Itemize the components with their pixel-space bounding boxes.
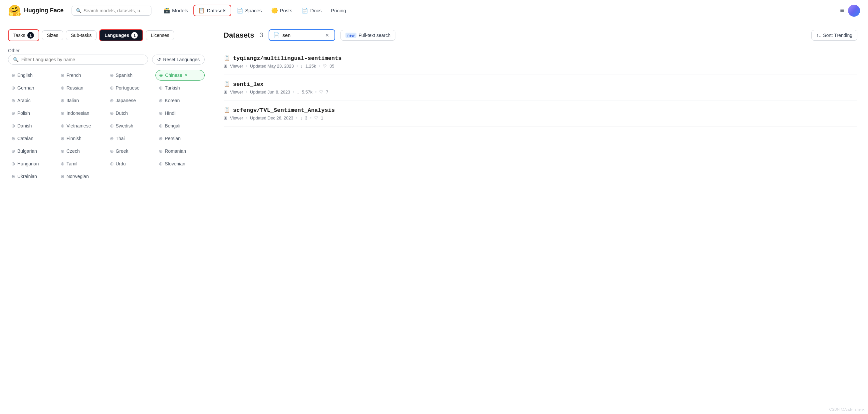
tab-tasks[interactable]: Tasks 1 [8,29,39,41]
lang-item-hungarian[interactable]: ⊕ Hungarian [8,158,57,169]
language-search-box[interactable]: 🔍 [8,55,148,65]
remove-lang-icon[interactable]: × [185,73,187,77]
nav-models-label: Models [172,8,188,13]
nav-docs[interactable]: 📄 Docs [298,5,326,15]
sort-button[interactable]: ↑↓ Sort: Trending [811,30,857,41]
tasks-badge: 1 [27,32,34,39]
lang-label: English [17,72,33,78]
tab-subtasks[interactable]: Sub-tasks [66,30,96,40]
tab-languages[interactable]: Languages 1 [99,29,143,41]
lang-label: Bengali [165,123,180,128]
lang-item-indonesian[interactable]: ⊕ Indonesian [57,108,106,119]
language-grid: ⊕ English ⊕ French ⊕ Spanish ⊕ Chinese ×… [8,70,205,182]
lang-label: Turkish [165,85,180,91]
globe-icon: ⊕ [159,149,163,154]
globe-icon: ⊕ [159,110,163,116]
lang-item-tamil[interactable]: ⊕ Tamil [57,158,106,169]
lang-item-italian[interactable]: ⊕ Italian [57,95,106,106]
dataset-search-input[interactable] [283,32,322,38]
lang-label: Swedish [116,123,133,128]
dataset-card-multilingual-sentiments[interactable]: 📋 tyqiangz/multilingual-sentiments ⊞ Vie… [224,49,857,75]
lang-item-vietnamese[interactable]: ⊕ Vietnamese [57,121,106,131]
global-search-input[interactable] [84,8,144,13]
other-label: Other [8,46,205,55]
lang-item-thai[interactable]: ⊕ Thai [106,133,156,144]
lang-item-german[interactable]: ⊕ German [8,83,57,93]
lang-item-japanese[interactable]: ⊕ Japanese [106,95,156,106]
sort-label: Sort: Trending [823,33,852,38]
docs-icon: 📄 [302,7,308,14]
dataset-search-box[interactable]: 📄 ✕ [269,29,335,41]
globe-icon: ⊕ [11,136,15,141]
viewer-label: Viewer [230,64,243,69]
dataset-card-senti-lex[interactable]: 📋 senti_lex ⊞ Viewer • Updated Jun 8, 20… [224,75,857,101]
lang-item-finnish[interactable]: ⊕ Finnish [57,133,106,144]
download-icon: ↓ [297,90,299,95]
lang-item-korean[interactable]: ⊕ Korean [155,95,205,106]
globe-icon: ⊕ [11,174,15,179]
table-icon: ⊞ [224,64,227,69]
global-search-bar[interactable]: 🔍 [71,6,151,15]
lang-label: Japanese [116,98,136,103]
lang-item-hindi[interactable]: ⊕ Hindi [155,108,205,119]
lang-item-catalan[interactable]: ⊕ Catalan [8,133,57,144]
dataset-card-tvl-sentiment[interactable]: 📋 scfengv/TVL_Sentiment_Analysis ⊞ Viewe… [224,101,857,127]
lang-item-french[interactable]: ⊕ French [57,70,106,81]
lang-label: Ukrainian [17,174,37,179]
globe-icon: ⊕ [61,72,65,78]
lang-item-russian[interactable]: ⊕ Russian [57,83,106,93]
nav-datasets[interactable]: 📋 Datasets [193,5,231,16]
lang-item-danish[interactable]: ⊕ Danish [8,121,57,131]
lang-item-urdu[interactable]: ⊕ Urdu [106,158,156,169]
nav-datasets-label: Datasets [207,8,226,13]
lang-label: Romanian [165,149,186,154]
lang-label: Persian [165,136,180,141]
nav-pricing[interactable]: Pricing [327,6,350,15]
lang-item-spanish[interactable]: ⊕ Spanish [106,70,156,81]
nav-spaces[interactable]: 📄 Spaces [232,5,266,15]
lang-item-bulgarian[interactable]: ⊕ Bulgarian [8,146,57,156]
lang-item-portuguese[interactable]: ⊕ Portuguese [106,83,156,93]
reset-languages-button[interactable]: ↺ Reset Languages [152,55,205,65]
lang-label: Polish [17,110,30,116]
tab-sizes[interactable]: Sizes [42,30,63,40]
lang-item-ukrainian[interactable]: ⊕ Ukrainian [8,171,57,182]
lang-item-bengali[interactable]: ⊕ Bengali [155,121,205,131]
tab-licenses[interactable]: Licenses [146,30,174,40]
lang-item-turkish[interactable]: ⊕ Turkish [155,83,205,93]
dataset-name: 📋 scfengv/TVL_Sentiment_Analysis [224,107,857,114]
lang-item-slovenian[interactable]: ⊕ Slovenian [155,158,205,169]
language-search-input[interactable] [21,57,143,62]
more-menu-button[interactable]: ≡ [840,7,844,14]
lang-item-arabic[interactable]: ⊕ Arabic [8,95,57,106]
nav-posts-label: Posts [280,8,292,13]
lang-item-english[interactable]: ⊕ English [8,70,57,81]
nav-models[interactable]: 🗃️ Models [159,5,192,15]
clear-search-button[interactable]: ✕ [325,33,329,38]
spaces-icon: 📄 [237,7,243,14]
table-icon: ⊞ [224,116,227,121]
download-icon: ↓ [301,64,303,69]
avatar[interactable] [848,5,860,17]
globe-icon: ⊕ [159,123,163,128]
lang-item-norwegian[interactable]: ⊕ Norwegian [57,171,106,182]
lang-item-dutch[interactable]: ⊕ Dutch [106,108,156,119]
dataset-meta: ⊞ Viewer • Updated Dec 26, 2023 • ↓ 3 • … [224,116,857,121]
lang-item-polish[interactable]: ⊕ Polish [8,108,57,119]
lang-item-czech[interactable]: ⊕ Czech [57,146,106,156]
globe-icon: ⊕ [159,85,163,91]
lang-label: Greek [116,149,128,154]
lang-item-swedish[interactable]: ⊕ Swedish [106,121,156,131]
lang-item-greek[interactable]: ⊕ Greek [106,146,156,156]
globe-icon: ⊕ [11,123,15,128]
lang-label: Chinese [165,72,182,78]
lang-item-persian[interactable]: ⊕ Persian [155,133,205,144]
nav-posts[interactable]: 🟡 Posts [267,5,297,15]
logo-area: 🤗 Hugging Face [8,4,64,17]
lang-item-chinese[interactable]: ⊕ Chinese × [155,70,205,81]
viewer-label: Viewer [230,116,243,121]
globe-icon: ⊕ [110,110,114,116]
logo-emoji: 🤗 [8,4,21,17]
fulltext-search-button[interactable]: new Full-text search [340,30,395,41]
lang-item-romanian[interactable]: ⊕ Romanian [155,146,205,156]
